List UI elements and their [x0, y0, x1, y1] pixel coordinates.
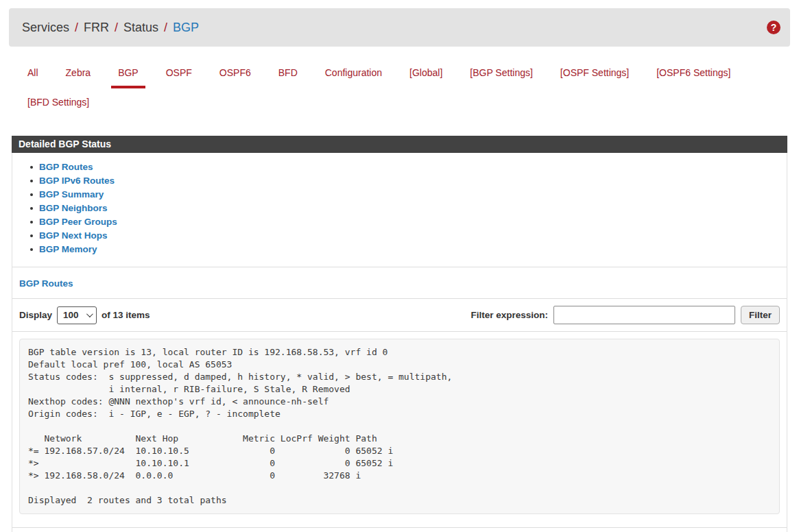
bgp-status-link[interactable]: BGP Summary: [39, 189, 104, 200]
tab-label[interactable]: OSPF6: [213, 59, 258, 88]
breadcrumb-separator: /: [75, 21, 78, 35]
filter-expression-label: Filter expression:: [470, 310, 548, 320]
filter-expression-input[interactable]: [553, 306, 735, 324]
breadcrumb-item-services[interactable]: Services: [22, 21, 69, 35]
bgp-output-section: BGP table version is 13, local router ID…: [12, 332, 787, 514]
tab-label[interactable]: [BFD Settings]: [21, 88, 96, 118]
breadcrumb-bar: Services / FRR / Status / BGP ?: [9, 8, 790, 47]
tab-item[interactable]: BFD: [272, 59, 305, 88]
tab-item[interactable]: Configuration: [318, 59, 389, 88]
bgp-routes-section-link[interactable]: BGP Routes: [19, 278, 73, 289]
list-item: BGP Memory: [30, 243, 780, 256]
section-divider: [12, 527, 787, 532]
section-title-row: BGP Routes: [12, 267, 787, 299]
tab-label[interactable]: Configuration: [318, 59, 389, 88]
bgp-status-link[interactable]: BGP Memory: [39, 244, 97, 254]
tab-item[interactable]: [BGP Settings]: [463, 59, 540, 88]
tab-label[interactable]: OSPF: [159, 59, 199, 88]
tab-label[interactable]: [OSPF Settings]: [553, 59, 636, 88]
bgp-routes-console-output: BGP table version is 13, local router ID…: [19, 339, 780, 514]
list-item: BGP Routes: [30, 160, 780, 174]
chevron-down-icon: [86, 311, 93, 317]
breadcrumb-item-bgp-current: BGP: [173, 21, 199, 35]
breadcrumb-separator: /: [164, 21, 167, 35]
tab-label[interactable]: [OSPF6 Settings]: [649, 59, 737, 88]
filter-button[interactable]: Filter: [741, 306, 780, 324]
tab-item[interactable]: [OSPF Settings]: [553, 59, 636, 88]
items-count-label: of 13 items: [102, 310, 150, 320]
list-item: BGP Neighbors: [30, 202, 780, 215]
tab-label[interactable]: Zebra: [59, 59, 98, 88]
bgp-status-link[interactable]: BGP Routes: [39, 162, 93, 172]
tab-bar: All Zebra BGP OSPF OSPF6 BFD Configurati…: [14, 59, 785, 118]
breadcrumb-separator: /: [115, 21, 118, 35]
breadcrumb-item-status[interactable]: Status: [123, 21, 158, 35]
tab-item[interactable]: All: [21, 59, 45, 88]
detailed-bgp-status-panel: Detailed BGP Status BGP Routes BGP IPv6 …: [12, 136, 787, 532]
tab-item[interactable]: [BFD Settings]: [21, 88, 96, 118]
bgp-status-link[interactable]: BGP Next Hops: [39, 230, 108, 241]
display-controls: Display 100 of 13 items: [19, 306, 150, 324]
tab-label[interactable]: BGP: [111, 59, 145, 88]
list-item: BGP Peer Groups: [30, 215, 780, 229]
panel-body: BGP Routes BGP IPv6 Routes BGP Summary B…: [12, 153, 787, 532]
list-item: BGP Next Hops: [30, 229, 780, 243]
breadcrumb-item-frr[interactable]: FRR: [84, 21, 109, 35]
tab-label[interactable]: [BGP Settings]: [463, 59, 540, 88]
tab-item[interactable]: [OSPF6 Settings]: [649, 59, 737, 88]
tab-item[interactable]: [Global]: [403, 59, 449, 88]
list-item: BGP Summary: [30, 188, 780, 202]
tab-item[interactable]: Zebra: [59, 59, 98, 88]
breadcrumb: Services / FRR / Status / BGP: [22, 21, 767, 35]
help-icon[interactable]: ?: [767, 21, 780, 34]
display-label: Display: [19, 310, 52, 320]
table-controls-row: Display 100 of 13 items Filter expressio…: [12, 299, 787, 332]
per-page-select[interactable]: 100: [57, 306, 97, 324]
list-item: BGP IPv6 Routes: [30, 174, 780, 188]
tab-label[interactable]: [Global]: [403, 59, 449, 88]
bgp-status-link[interactable]: BGP IPv6 Routes: [39, 176, 115, 186]
bgp-status-link[interactable]: BGP Neighbors: [39, 203, 108, 213]
tab-item[interactable]: BGP: [111, 59, 145, 88]
bgp-links-list: BGP Routes BGP IPv6 Routes BGP Summary B…: [12, 153, 787, 267]
tab-item[interactable]: OSPF6: [213, 59, 258, 88]
per-page-value: 100: [63, 310, 79, 320]
bgp-status-link[interactable]: BGP Peer Groups: [39, 217, 117, 227]
panel-title: Detailed BGP Status: [12, 136, 787, 153]
tab-label[interactable]: BFD: [272, 59, 305, 88]
tab-label[interactable]: All: [21, 59, 45, 88]
tab-item[interactable]: OSPF: [159, 59, 199, 88]
quick-links-section: BGP Routes BGP IPv6 Routes BGP Summary B…: [12, 153, 787, 267]
